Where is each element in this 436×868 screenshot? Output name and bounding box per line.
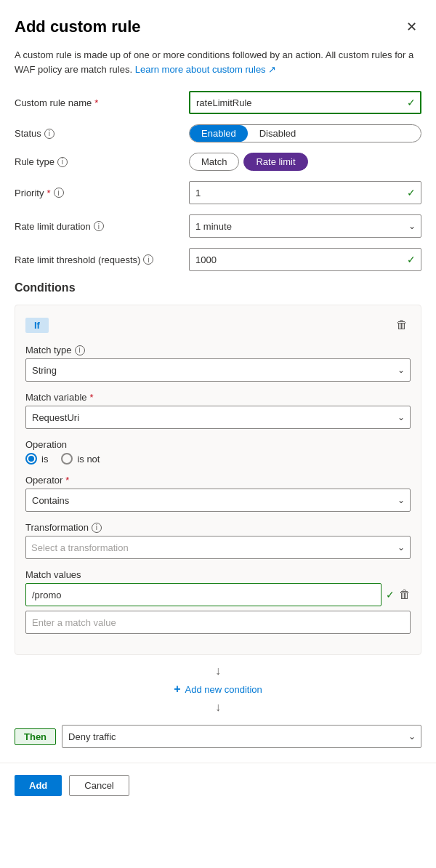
operation-is-option[interactable]: is	[25, 453, 48, 465]
operator-label: Operator *	[25, 475, 411, 486]
match-variable-label: Match variable *	[25, 392, 411, 403]
rule-name-row: Custom rule name * ✓	[15, 91, 421, 114]
operation-is-not-option[interactable]: is not	[61, 453, 100, 465]
action-select-wrapper: Deny traffic ⌄	[62, 725, 421, 748]
arrow-down-2-icon: ↓	[215, 702, 221, 713]
rule-type-match-button[interactable]: Match	[189, 153, 239, 171]
conditions-section-title: Conditions	[15, 281, 421, 294]
priority-info-icon[interactable]: i	[54, 188, 64, 198]
status-enabled-button[interactable]: Enabled	[190, 125, 248, 142]
operator-group: Operator * Contains ⌄	[25, 475, 411, 512]
rate-limit-threshold-label: Rate limit threshold (requests) i	[15, 254, 182, 265]
operation-radio-group: is is not	[25, 453, 411, 465]
if-badge: If	[25, 318, 49, 333]
rule-type-info-icon[interactable]: i	[57, 157, 68, 167]
operation-group: Operation is is not	[25, 439, 411, 465]
rule-type-rate-limit-button[interactable]: Rate limit	[243, 153, 307, 171]
operation-is-radio[interactable]	[25, 453, 37, 465]
priority-check-icon: ✓	[407, 187, 416, 198]
delete-condition-button[interactable]: 🗑	[393, 316, 411, 334]
then-row: Then Deny traffic ⌄	[15, 725, 421, 748]
match-type-label: Match type i	[25, 345, 411, 355]
operator-select-wrapper: Contains ⌄	[25, 489, 411, 512]
match-value-placeholder-input[interactable]: Enter a match value	[25, 611, 411, 634]
rate-limit-threshold-row: Rate limit threshold (requests) i 1000 ✓	[15, 248, 421, 271]
rate-limit-duration-select[interactable]: 1 minute	[189, 214, 421, 238]
rate-limit-threshold-info-icon[interactable]: i	[143, 254, 153, 265]
panel-header: Add custom rule ✕	[15, 17, 421, 36]
transformation-info-icon[interactable]: i	[92, 523, 102, 533]
rate-limit-threshold-select[interactable]: 1000	[189, 248, 421, 271]
action-select[interactable]: Deny traffic	[62, 725, 421, 748]
match-value-1-row: ✓ 🗑	[25, 583, 411, 606]
match-variable-select[interactable]: RequestUri	[25, 406, 411, 429]
rate-limit-duration-select-wrapper: 1 minute ⌄	[189, 214, 421, 238]
rule-name-label: Custom rule name *	[15, 97, 182, 108]
match-value-1-delete-button[interactable]: 🗑	[399, 588, 411, 601]
panel-title: Add custom rule	[15, 17, 141, 36]
match-type-group: Match type i String ⌄	[25, 345, 411, 382]
status-control: Enabled Disabled	[189, 124, 421, 142]
rule-type-group: Match Rate limit	[189, 153, 421, 171]
close-button[interactable]: ✕	[402, 17, 421, 36]
footer-buttons: Add Cancel	[15, 775, 421, 803]
cancel-button[interactable]: Cancel	[69, 775, 129, 796]
rate-limit-duration-label: Rate limit duration i	[15, 221, 182, 232]
match-values-group: Match values ✓ 🗑 Enter a match value	[25, 569, 411, 634]
operator-select[interactable]: Contains	[25, 489, 411, 512]
match-type-info-icon[interactable]: i	[75, 345, 85, 355]
match-value-placeholder-row: Enter a match value	[25, 611, 411, 634]
priority-row: Priority * i 1 ✓	[15, 181, 421, 204]
plus-icon: +	[174, 683, 180, 696]
priority-required: *	[47, 188, 50, 198]
priority-label: Priority * i	[15, 188, 182, 198]
condition-header: If 🗑	[25, 316, 411, 334]
rule-name-input[interactable]	[189, 91, 421, 114]
operation-is-not-radio[interactable]	[61, 453, 73, 465]
required-indicator: *	[94, 97, 98, 108]
footer-divider	[0, 763, 436, 763]
rate-limit-duration-info-icon[interactable]: i	[94, 221, 104, 231]
rate-limit-threshold-check-icon: ✓	[407, 254, 416, 265]
add-condition-area: ↓ + Add new condition ↓	[15, 665, 421, 713]
transformation-select-wrapper: Select a transformation ⌄	[25, 536, 411, 559]
transformation-group: Transformation i Select a transformation…	[25, 522, 411, 559]
arrow-down-icon: ↓	[215, 665, 221, 677]
description-text: A custom rule is made up of one or more …	[15, 48, 421, 76]
then-badge: Then	[15, 728, 56, 745]
priority-select-wrapper: 1 ✓	[189, 181, 421, 204]
rate-limit-threshold-select-wrapper: 1000 ✓	[189, 248, 421, 271]
condition-card: If 🗑 Match type i String ⌄ Match variabl…	[15, 305, 421, 655]
transformation-label: Transformation i	[25, 522, 411, 533]
match-type-select[interactable]: String	[25, 358, 411, 382]
external-link-icon: ↗	[268, 64, 276, 75]
operation-label: Operation	[25, 439, 411, 450]
validation-check-icon: ✓	[407, 97, 416, 108]
add-button[interactable]: Add	[15, 775, 62, 796]
status-info-icon[interactable]: i	[44, 129, 54, 139]
match-variable-group: Match variable * RequestUri ⌄	[25, 392, 411, 429]
status-disabled-button[interactable]: Disabled	[248, 125, 308, 142]
rule-type-label: Rule type i	[15, 156, 182, 167]
learn-more-link[interactable]: Learn more about custom rules ↗	[135, 64, 277, 75]
match-value-1-check-icon: ✓	[386, 589, 395, 600]
transformation-select[interactable]	[25, 536, 411, 559]
match-type-select-wrapper: String ⌄	[25, 358, 411, 382]
priority-select[interactable]: 1	[189, 181, 421, 204]
match-variable-select-wrapper: RequestUri ⌄	[25, 406, 411, 429]
rule-type-row: Rule type i Match Rate limit	[15, 153, 421, 171]
rule-name-control: ✓	[189, 91, 421, 114]
status-label: Status i	[15, 128, 182, 139]
match-value-1-input[interactable]	[25, 583, 382, 606]
rate-limit-duration-row: Rate limit duration i 1 minute ⌄	[15, 214, 421, 238]
status-row: Status i Enabled Disabled	[15, 124, 421, 142]
status-toggle-group: Enabled Disabled	[189, 124, 421, 142]
rule-type-control: Match Rate limit	[189, 153, 421, 171]
add-condition-button[interactable]: + Add new condition	[168, 680, 268, 699]
match-values-label: Match values	[25, 569, 411, 580]
